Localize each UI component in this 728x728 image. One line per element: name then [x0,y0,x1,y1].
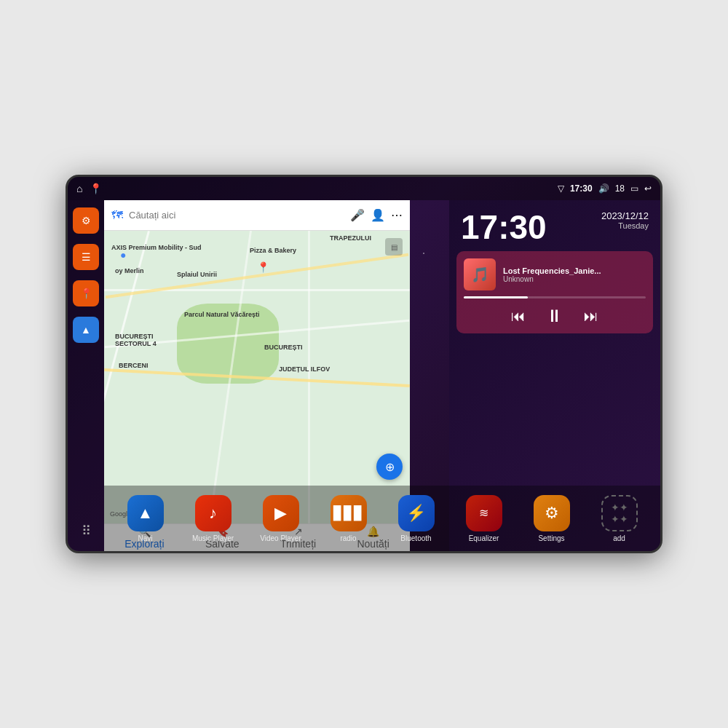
prev-track-btn[interactable]: ⏮ [511,308,526,325]
status-bar: ⌂ 📍 ▽ 17:30 🔊 18 ▭ ↩ [68,177,660,200]
sidebar-maps-btn[interactable]: 📍 [73,280,99,306]
settings-icon: ⚙ [534,495,570,531]
clock-widget: 17:30 2023/12/12 Tuesday [449,200,660,251]
map-trapezului-label: TRAPEZULUI [330,234,371,242]
bluetooth-label: Bluetooth [400,534,431,542]
equalizer-icon: ≋ [466,495,502,531]
home-icon[interactable]: ⌂ [76,183,82,194]
sidebar: ⚙ ☰ 📍 ▲ ⠿ [68,200,104,551]
track-name: Lost Frequencies_Janie... [503,266,646,275]
progress-bar[interactable] [464,296,646,298]
screen: ⌂ 📍 ▽ 17:30 🔊 18 ▭ ↩ [68,177,660,551]
navi-label: Navi [138,534,152,542]
app-radio[interactable]: ▊▊▊ radio [324,495,373,542]
clock-date: 2023/12/12 Tuesday [601,210,649,230]
map-pin-park[interactable]: 📍 [257,261,269,273]
car-head-unit: ⌂ 📍 ▽ 17:30 🔊 18 ▭ ↩ [66,175,662,553]
wifi-icon: ▽ [558,183,564,194]
video-player-label: Video Player [260,534,301,542]
app-video-player[interactable]: ▶ Video Player [256,495,306,542]
map-corner-btn[interactable]: ▤ [385,238,403,256]
sidebar-nav-btn[interactable]: ▲ [73,317,99,343]
maps-logo-icon: 🗺 [111,209,123,222]
map-view[interactable]: AXIS Premium Mobility - Sud Pizza & Bake… [104,231,410,523]
map-marker-icon[interactable]: 📍 [90,183,102,194]
music-player-label: Music Player [192,534,234,542]
add-label: add [613,534,625,542]
album-art: 🎵 [464,258,496,290]
pause-btn[interactable]: ⏸ [546,306,563,326]
app-bluetooth[interactable]: ⚡ Bluetooth [392,495,441,542]
sidebar-apps-btn[interactable]: ⠿ [73,518,99,544]
map-pizza-label: Pizza & Bakery [250,247,296,254]
back-icon[interactable]: ↩ [644,183,652,194]
map-park-label: Parcul Natural Văcărești [184,311,260,318]
status-time: 17:30 [570,183,593,194]
music-widget: 🎵 Lost Frequencies_Janie... Unknown ⏮ ⏸ … [456,251,653,333]
volume-icon: 🔊 [598,183,609,194]
next-track-btn[interactable]: ⏭ [584,308,598,325]
battery-icon: ▭ [630,183,638,194]
app-music-player[interactable]: ♪ Music Player [189,495,238,542]
app-grid: ▲ Navi ♪ Music Player ▶ Video Player [104,486,660,551]
map-pin-google[interactable]: ● [120,249,126,261]
track-artist: Unknown [503,275,646,283]
navi-icon: ▲ [127,495,164,531]
app-navi[interactable]: ▲ Navi [121,495,170,542]
app-settings[interactable]: ⚙ Settings [527,495,577,542]
battery-num: 18 [615,183,625,194]
map-splaiul-label: Splaiul Unirii [177,271,217,278]
map-bucuresti-label: BUCUREȘTI [264,344,303,351]
app-equalizer[interactable]: ≋ Equalizer [459,495,509,542]
equalizer-label: Equalizer [469,534,499,542]
sidebar-settings-btn[interactable]: ⚙ [73,207,99,234]
map-sector-label: BUCUREȘTISECTORUL 4 [115,333,157,347]
music-controls: ⏮ ⏸ ⏭ [464,306,646,326]
map-merlin-label: oy Merlin [115,267,144,274]
map-search-input[interactable] [129,210,344,221]
bluetooth-icon: ⚡ [398,495,435,531]
map-judet-label: JUDEȚUL ILFOV [279,365,330,373]
radio-label: radio [340,534,356,542]
app-add[interactable]: ✦✦✦✦ add [595,495,644,542]
mic-icon[interactable]: 🎤 [350,208,365,222]
main-content: ⚙ ☰ 📍 ▲ ⠿ 🗺 🎤 👤 ⋯ [68,200,660,551]
map-location-fab[interactable]: ⊕ [376,454,403,480]
music-track-info: 🎵 Lost Frequencies_Janie... Unknown [464,258,646,290]
add-icon: ✦✦✦✦ [601,495,638,531]
sidebar-files-btn[interactable]: ☰ [73,244,99,270]
account-icon[interactable]: 👤 [371,208,385,222]
video-player-icon: ▶ [263,495,299,531]
clock-time: 17:30 [461,210,547,244]
radio-icon: ▊▊▊ [331,495,367,531]
progress-fill [464,296,528,298]
map-search-bar: 🗺 🎤 👤 ⋯ [104,200,410,231]
settings-label: Settings [538,534,564,542]
more-icon[interactable]: ⋯ [391,208,403,222]
map-berceni-label: BERCENI [119,362,149,369]
music-player-icon: ♪ [195,495,232,531]
track-meta: Lost Frequencies_Janie... Unknown [503,266,646,283]
